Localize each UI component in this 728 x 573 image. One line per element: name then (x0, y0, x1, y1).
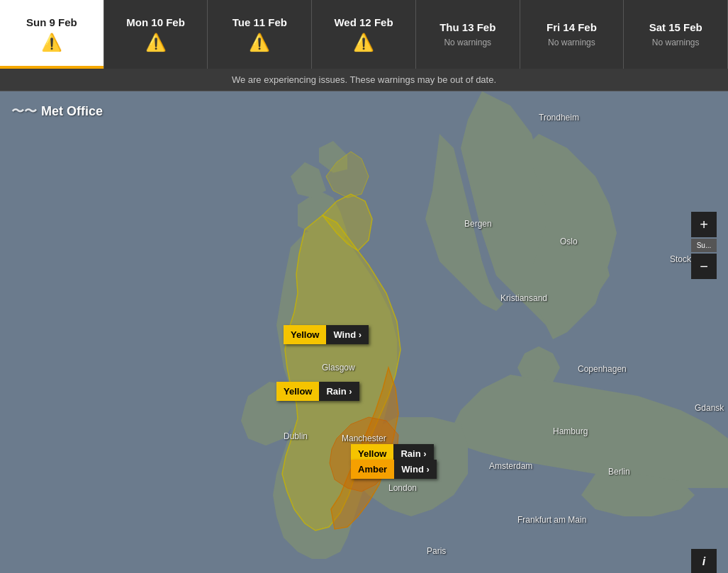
day-tab-sun9[interactable]: Sun 9 Feb⚠️ (0, 0, 104, 69)
tab-date-label: Wed 12 Feb (334, 16, 393, 28)
status-message: We are experiencing issues. These warnin… (232, 74, 496, 85)
city-label-amsterdam: Amsterdam (489, 461, 532, 471)
city-label-dublin: Dublin (284, 431, 308, 441)
no-warnings-label: No warnings (652, 38, 700, 47)
badge-type-label: Wind › (394, 460, 437, 479)
warning-triangle-icon: ⚠️ (249, 33, 270, 52)
city-label-manchester: Manchester (342, 433, 386, 443)
badge-color-label: Yellow (284, 325, 326, 344)
badge-color-label: Yellow (276, 382, 319, 401)
status-bar: We are experiencing issues. These warnin… (0, 69, 728, 91)
day-tabs-container: Sun 9 Feb⚠️Mon 10 Feb⚠️Tue 11 Feb⚠️Wed 1… (0, 0, 728, 69)
info-button[interactable]: i (691, 549, 717, 573)
warning-badge-wind1[interactable]: YellowWind › (284, 325, 369, 344)
map-container: 〜〜 Met Office TrondheimBergenOsloStockho… (0, 91, 728, 573)
tab-date-label: Sun 9 Feb (26, 16, 77, 28)
badge-type-label: Wind › (326, 325, 369, 344)
zoom-out-button[interactable]: − (691, 254, 717, 279)
no-warnings-label: No warnings (444, 38, 491, 47)
zoom-controls: + Su... − (691, 212, 717, 279)
city-label-gdansk: Gdansk (695, 403, 724, 413)
city-label-glasgow: Glasgow (322, 363, 355, 373)
day-tab-sat15[interactable]: Sat 15 FebNo warnings (624, 0, 728, 69)
city-label-copenhagen: Copenhagen (578, 364, 627, 374)
day-tab-mon10[interactable]: Mon 10 Feb⚠️ (104, 0, 208, 69)
badge-type-label: Rain › (319, 382, 359, 401)
badge-color-label: Amber (351, 460, 394, 479)
warning-triangle-icon: ⚠️ (353, 33, 374, 52)
city-label-hamburg: Hamburg (553, 426, 588, 436)
day-tab-tue11[interactable]: Tue 11 Feb⚠️ (208, 0, 312, 69)
warning-triangle-icon: ⚠️ (145, 33, 167, 52)
warning-badge-wind2[interactable]: AmberWind › (351, 460, 437, 479)
tab-date-label: Mon 10 Feb (126, 16, 185, 28)
city-label-kristiansand: Kristiansand (500, 293, 547, 303)
zoom-in-button[interactable]: + (691, 212, 717, 237)
info-icon: i (702, 555, 705, 568)
city-label-berlin: Berlin (608, 467, 630, 477)
met-office-logo: 〜〜 Met Office (11, 103, 103, 120)
city-label-london: London (388, 483, 417, 493)
city-label-trondheim: Trondheim (539, 113, 579, 123)
city-label-bergen: Bergen (464, 219, 492, 229)
city-label-paris: Paris (427, 546, 446, 556)
tab-date-label: Tue 11 Feb (233, 16, 287, 28)
met-office-name: Met Office (41, 104, 103, 119)
day-tab-fri14[interactable]: Fri 14 FebNo warnings (520, 0, 625, 69)
tab-date-label: Sat 15 Feb (649, 21, 702, 33)
warning-triangle-icon: ⚠️ (41, 33, 62, 52)
subscribe-button[interactable]: Su... (691, 239, 717, 252)
day-tab-wed12[interactable]: Wed 12 Feb⚠️ (312, 0, 416, 69)
city-label-oslo: Oslo (560, 237, 578, 246)
waves-icon: 〜〜 (11, 103, 37, 120)
warning-badge-rain1[interactable]: YellowRain › (276, 382, 359, 401)
city-label-frankfurt: Frankfurt am Main (517, 515, 586, 525)
tab-date-label: Thu 13 Feb (439, 21, 495, 33)
day-tab-thu13[interactable]: Thu 13 FebNo warnings (416, 0, 520, 69)
tab-date-label: Fri 14 Feb (547, 21, 597, 33)
no-warnings-label: No warnings (548, 38, 595, 47)
